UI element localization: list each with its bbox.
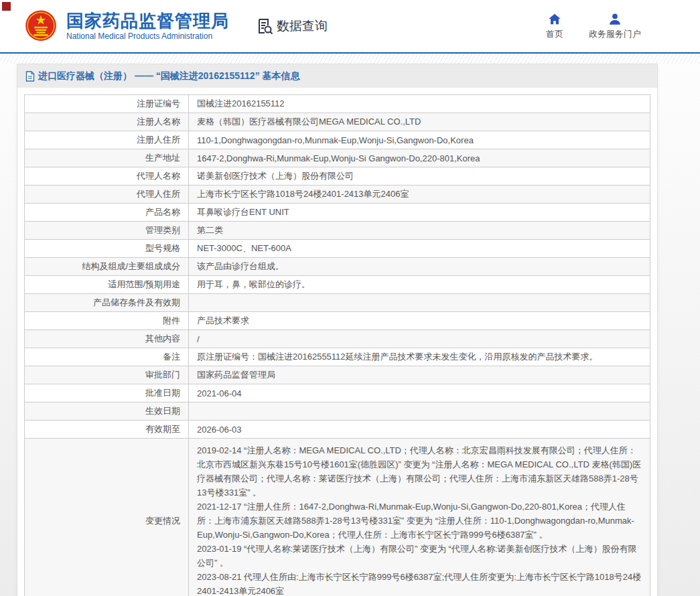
content-area: 进口医疗器械（注册） —— “国械注进20162155112” 基本信息 注册证… <box>0 64 700 596</box>
row-value: 第二类 <box>189 222 650 239</box>
row-label: 注册人名称 <box>25 113 189 131</box>
data-query-section[interactable]: 数据查询 <box>256 17 328 35</box>
home-icon <box>547 12 562 27</box>
site-header: 国家药品监督管理局 National Medical Products Admi… <box>0 0 700 52</box>
table-row: 变更情况2019-02-14 “注册人名称：MEGA MEDICAL CO.,L… <box>25 439 650 596</box>
row-label: 型号规格 <box>25 240 189 257</box>
row-label: 生效日期 <box>25 402 189 420</box>
row-value: 原注册证编号：国械注进20162555112延续注册产品技术要求未发生变化，沿用… <box>189 348 650 366</box>
row-value: 2026-06-03 <box>189 421 650 438</box>
row-value: 该产品由诊疗台组成。 <box>189 258 650 275</box>
row-value: / <box>189 330 650 348</box>
row-label: 适用范围/预期用途 <box>25 276 189 293</box>
row-label: 其他内容 <box>25 330 189 348</box>
row-value: 诺美新创医疗技术（上海）股份有限公司 <box>189 167 650 185</box>
org-names: 国家药品监督管理局 National Medical Products Admi… <box>66 11 229 42</box>
data-query-icon <box>256 17 273 35</box>
row-value: 用于耳，鼻，喉部位的诊疗。 <box>189 276 650 293</box>
row-label: 管理类别 <box>25 222 189 239</box>
table-row: 注册人住所110-1,Donghwagongdan-ro,Munmak-Eup,… <box>25 131 650 149</box>
table-row: 型号规格NET-3000C、NET-600A <box>25 240 650 258</box>
change-record-paragraph: 2021-12-17 “注册人住所：1647-2,Donghwa-Ri,Munm… <box>197 500 642 542</box>
row-value: 1647-2,Donghwa-Ri,Munmak-Eup,Wonju-Si Ga… <box>189 149 650 167</box>
row-label: 附件 <box>25 312 189 329</box>
table-row: 代理人名称诺美新创医疗技术（上海）股份有限公司 <box>25 167 650 185</box>
org-name-en: National Medical Products Administration <box>66 31 229 42</box>
table-row: 生产地址1647-2,Donghwa-Ri,Munmak-Eup,Wonju-S… <box>25 149 650 167</box>
row-value: 国械注进20162155112 <box>189 95 650 113</box>
org-name-cn: 国家药品监督管理局 <box>66 11 229 31</box>
row-label: 审批部门 <box>25 366 189 384</box>
row-label: 注册证编号 <box>25 95 189 113</box>
nmpa-logo[interactable]: 国家药品监督管理局 National Medical Products Admi… <box>23 9 229 44</box>
corner-red-marker <box>2 2 11 11</box>
row-value: 2021-06-04 <box>189 384 650 402</box>
change-record-paragraph: 2023-08-21 代理人住所由:上海市长宁区长宁路999号6楼6387室;代… <box>197 570 642 596</box>
nav-service-portal[interactable]: 政务服务门户 <box>589 12 641 40</box>
table-row: 备注原注册证编号：国械注进20162555112延续注册产品技术要求未发生变化，… <box>25 348 650 366</box>
header-nav: 首页 政务服务门户 <box>546 12 641 40</box>
row-label: 代理人住所 <box>25 185 189 203</box>
nav-service-portal-label: 政务服务门户 <box>589 28 641 40</box>
row-label: 有效期至 <box>25 421 189 438</box>
row-value <box>189 402 650 420</box>
row-value: 上海市长宁区长宁路1018号24楼2401-2413单元2406室 <box>189 185 650 203</box>
table-row: 注册证编号国械注进20162155112 <box>25 95 650 113</box>
table-row: 审批部门国家药品监督管理局 <box>25 366 650 384</box>
row-label: 备注 <box>25 348 189 366</box>
row-label: 变更情况 <box>25 439 189 596</box>
table-row: 其他内容/ <box>25 330 650 348</box>
change-record-paragraph: 2019-02-14 “注册人名称：MEGA MEDICAL CO.,LTD；代… <box>197 443 642 500</box>
page-title: 进口医疗器械（注册） —— “国械注进20162155112” 基本信息 <box>38 70 300 82</box>
row-value: 110-1,Donghwagongdan-ro,Munmak-Eup,Wonju… <box>189 131 650 149</box>
document-icon <box>25 71 35 82</box>
table-row: 有效期至2026-06-03 <box>25 421 650 439</box>
table-row: 产品储存条件及有效期 <box>25 294 650 312</box>
row-label: 产品名称 <box>25 204 189 221</box>
page-title-bar: 进口医疗器械（注册） —— “国械注进20162155112” 基本信息 <box>17 64 657 88</box>
nav-home-label: 首页 <box>546 28 563 40</box>
row-label: 产品储存条件及有效期 <box>25 294 189 311</box>
table-row: 注册人名称麦格（韩国）医疗器械有限公司MEGA MEDICAL CO.,LTD <box>25 113 650 131</box>
header-divider <box>0 52 700 64</box>
table-row: 附件产品技术要求 <box>25 312 650 330</box>
row-value: 耳鼻喉诊疗台ENT UNIT <box>189 204 650 221</box>
nav-home[interactable]: 首页 <box>546 12 563 40</box>
row-label: 批准日期 <box>25 384 189 402</box>
table-row: 适用范围/预期用途用于耳，鼻，喉部位的诊疗。 <box>25 276 650 294</box>
row-value: NET-3000C、NET-600A <box>189 240 650 257</box>
table-row: 结构及组成/主要组成成分该产品由诊疗台组成。 <box>25 258 650 276</box>
row-value: 国家药品监督管理局 <box>189 366 650 384</box>
data-query-label: 数据查询 <box>277 17 328 35</box>
table-row: 批准日期2021-06-04 <box>25 384 650 402</box>
page: 国家药品监督管理局 National Medical Products Admi… <box>0 0 700 596</box>
row-label: 代理人名称 <box>25 167 189 185</box>
table-row: 产品名称耳鼻喉诊疗台ENT UNIT <box>25 204 650 222</box>
user-icon <box>608 12 622 27</box>
table-row: 代理人住所上海市长宁区长宁路1018号24楼2401-2413单元2406室 <box>25 185 650 204</box>
national-emblem-icon <box>23 9 58 44</box>
row-label: 结构及组成/主要组成成分 <box>25 258 189 275</box>
row-label: 生产地址 <box>25 149 189 167</box>
row-value <box>189 294 650 311</box>
table-row: 管理类别第二类 <box>25 222 650 240</box>
row-label: 注册人住所 <box>25 131 189 149</box>
change-record-paragraph: 2023-01-19 “代理人名称:莱诺医疗技术（上海）有限公司” 变更为 “代… <box>197 542 642 570</box>
row-value: 产品技术要求 <box>189 312 650 329</box>
info-table: 注册证编号国械注进20162155112注册人名称麦格（韩国）医疗器械有限公司M… <box>24 94 650 596</box>
row-value: 麦格（韩国）医疗器械有限公司MEGA MEDICAL CO.,LTD <box>189 113 650 131</box>
table-row: 生效日期 <box>25 402 650 421</box>
detail-card: 进口医疗器械（注册） —— “国械注进20162155112” 基本信息 注册证… <box>17 64 658 596</box>
row-value-multiline: 2019-02-14 “注册人名称：MEGA MEDICAL CO.,LTD；代… <box>189 439 650 596</box>
